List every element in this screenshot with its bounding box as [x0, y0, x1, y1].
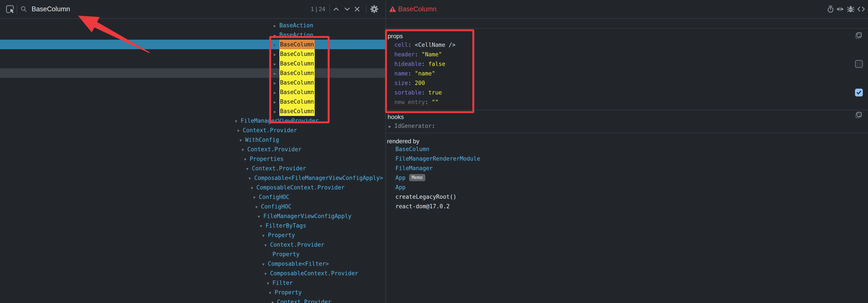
prop-value[interactable]: 200 [415, 80, 425, 86]
panel-divider[interactable] [385, 0, 386, 303]
hook-row[interactable]: ▸IdGenerator: [389, 121, 822, 131]
prop-sortable-checkbox[interactable] [855, 89, 863, 96]
chevron-right-icon[interactable]: ▸ [274, 107, 279, 116]
copy-props-icon[interactable] [855, 31, 862, 39]
chevron-right-icon[interactable]: ▸ [389, 122, 394, 131]
bug-icon[interactable] [846, 5, 855, 13]
tree-row[interactable]: ▸BaseAction [0, 21, 385, 30]
chevron-down-icon[interactable]: ▾ [258, 212, 264, 221]
tree-row[interactable]: ▾Composable<Filter> [0, 259, 385, 269]
chevron-down-icon[interactable]: ▾ [253, 193, 259, 202]
chevron-down-icon[interactable]: ▾ [265, 240, 270, 250]
tree-row[interactable]: ▾FileManagerViewProvider [0, 116, 385, 125]
chevron-right-icon[interactable]: ▸ [274, 50, 279, 59]
chevron-right-icon[interactable]: ▸ [274, 97, 279, 107]
tree-row[interactable]: ▾ConfigHOC [0, 192, 385, 202]
tree-row[interactable]: ▾FilterByTags [0, 221, 385, 231]
tree-row[interactable]: ▸BaseColumn [0, 87, 385, 97]
tree-row[interactable]: ▾ConfigHOC [0, 202, 385, 211]
toolbar-divider [330, 4, 330, 14]
owner-row[interactable]: BaseColumn [396, 144, 829, 154]
chevron-down-icon[interactable]: ▾ [235, 116, 241, 126]
tree-row[interactable]: ▾WithConfig [0, 135, 385, 145]
tree-row[interactable]: ▾Property [0, 287, 385, 297]
tree-row[interactable]: ▾Context.Provider [0, 297, 385, 303]
chevron-down-icon[interactable]: ▾ [242, 145, 247, 155]
prop-key: new entry [394, 99, 425, 105]
owner-row[interactable]: AppMemo [396, 173, 829, 182]
tree-row[interactable]: ▸BaseColumn [0, 78, 385, 87]
prop-value[interactable]: "" [432, 99, 438, 105]
chevron-down-icon[interactable]: ▾ [269, 288, 275, 298]
tree-row[interactable]: ▸BaseColumn [0, 107, 385, 116]
toolbar-divider [17, 4, 17, 14]
tree-row[interactable]: ▸Property [0, 249, 385, 259]
prop-value[interactable]: false [428, 61, 445, 67]
gear-icon[interactable] [370, 5, 379, 14]
close-icon[interactable] [353, 5, 361, 13]
owner-name: App [396, 175, 406, 181]
hooks-list: ▸IdGenerator: [389, 121, 822, 131]
tree-row[interactable]: ▸BaseColumn [0, 49, 385, 59]
tree-row[interactable]: ▾Composable<FileManagerViewConfigApply> [0, 173, 385, 183]
chevron-down-icon[interactable]: ▾ [240, 135, 245, 145]
chevron-down-icon[interactable]: ▾ [246, 164, 252, 174]
tree-row[interactable]: ▸BaseColumn [0, 40, 385, 49]
eye-icon[interactable] [836, 5, 844, 13]
tree-row[interactable]: ▾Context.Provider [0, 240, 385, 249]
prop-hideable-checkbox[interactable] [855, 60, 863, 68]
tree-row[interactable]: ▸BaseColumn [0, 97, 385, 107]
prop-value[interactable]: true [428, 89, 442, 96]
component-name: BaseColumn [279, 78, 315, 87]
inspector-header-border [386, 28, 868, 29]
tree-row[interactable]: ▾FileManagerViewConfigApply [0, 211, 385, 221]
tree-row[interactable]: ▾Context.Provider [0, 125, 385, 135]
chevron-right-icon[interactable]: ▸ [274, 31, 279, 40]
tree-row[interactable]: ▾Property [0, 231, 385, 240]
component-name: BaseColumn [279, 59, 315, 68]
tree-row[interactable]: ▾Filter [0, 278, 385, 287]
chevron-down-icon[interactable]: ▾ [237, 126, 243, 135]
tree-row[interactable]: ▸BaseAction [0, 30, 385, 40]
chevron-down-icon[interactable]: ▾ [265, 269, 270, 278]
chevron-right-icon[interactable]: ▸ [274, 88, 279, 97]
tree-row[interactable]: ▾Context.Provider [0, 164, 385, 173]
chevron-down-icon[interactable]: ▾ [249, 174, 254, 183]
tree-row[interactable]: ▸BaseColumn [0, 59, 385, 68]
component-name: WithConfig [245, 137, 279, 143]
component-name: BaseAction [279, 22, 313, 29]
chevron-down-icon[interactable]: ▾ [262, 231, 268, 240]
tree-row[interactable]: ▾Properties [0, 154, 385, 164]
chevron-down-icon[interactable]: ▾ [251, 183, 256, 193]
tree-row[interactable]: ▾ComposableContext.Provider [0, 269, 385, 278]
chevron-down-icon[interactable]: ▾ [271, 298, 277, 303]
tree-row[interactable]: ▾Context.Provider [0, 145, 385, 154]
chevron-down-icon[interactable]: ▾ [244, 155, 250, 164]
section-divider [386, 110, 868, 110]
stopwatch-icon[interactable] [827, 5, 835, 13]
chevron-right-icon[interactable]: ▸ [274, 69, 279, 78]
owner-row[interactable]: FileManagerRendererModule [396, 154, 829, 163]
prop-value[interactable]: "Name" [422, 51, 442, 58]
next-match-button[interactable] [343, 5, 351, 13]
chevron-right-icon[interactable]: ▸ [274, 40, 279, 50]
owner-row[interactable]: FileManager [396, 163, 829, 173]
copy-hooks-icon[interactable] [855, 111, 862, 119]
inspect-element-icon[interactable] [6, 4, 15, 14]
chevron-right-icon[interactable]: ▸ [274, 59, 279, 69]
previous-match-button[interactable] [332, 5, 340, 13]
props-list: cell:<CellName />header:"Name"hideable:f… [394, 40, 828, 107]
code-brackets-icon[interactable] [857, 5, 865, 13]
owner-row[interactable]: App [396, 182, 829, 192]
search-input[interactable] [32, 4, 248, 14]
chevron-down-icon[interactable]: ▾ [255, 202, 261, 212]
chevron-down-icon[interactable]: ▾ [267, 278, 273, 288]
chevron-right-icon[interactable]: ▸ [274, 21, 279, 31]
chevron-down-icon[interactable]: ▾ [260, 221, 266, 231]
chevron-right-icon[interactable]: ▸ [274, 78, 279, 88]
prop-key: cell [394, 41, 408, 48]
prop-value[interactable]: "name" [415, 70, 435, 77]
chevron-down-icon[interactable]: ▾ [262, 260, 268, 269]
tree-row[interactable]: ▾ComposableContext.Provider [0, 183, 385, 192]
tree-row[interactable]: ▸BaseColumn [0, 68, 385, 78]
